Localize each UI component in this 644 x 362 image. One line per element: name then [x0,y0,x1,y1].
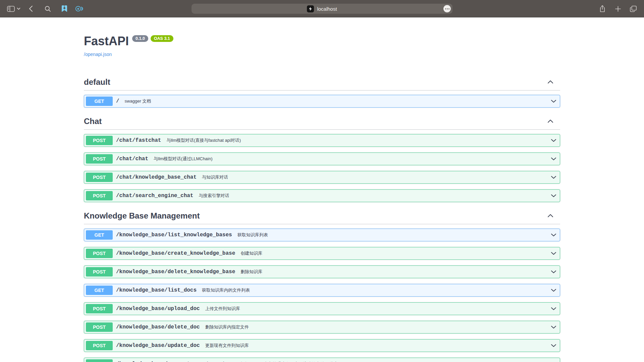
version-badge: 0.1.0 [132,35,148,42]
ellipsis-icon [445,8,449,9]
expand-endpoint-button[interactable] [551,270,556,274]
section-header[interactable]: Knowledge Base Management [84,208,560,224]
endpoint-row[interactable]: POST /chat/knowledge_base_chat 与知识库对话 [84,171,560,184]
chevron-down-icon [551,157,556,161]
share-icon [599,5,605,12]
section-header[interactable]: Chat [84,113,560,130]
sidebar-menu-button[interactable] [15,3,21,15]
expand-endpoint-button[interactable] [551,344,556,347]
endpoint-row[interactable]: POST /knowledge_base/upload_doc 上传文件到知识库 [84,302,560,315]
tab-overview-button[interactable] [629,3,638,15]
endpoint-path: /knowledge_base/list_knowledge_bases [116,232,232,238]
oas-badge: OAS 3.1 [151,35,173,42]
endpoint-description: 根据content中文档重建向量库，流式输出处理进度。 [240,361,551,362]
endpoint-row[interactable]: POST /chat/chat 与llm模型对话(通过LLMChain) [84,153,560,165]
chevron-up-icon [547,214,553,218]
endpoint-description: 与搜索引擎对话 [199,193,551,199]
section-title-text: Knowledge Base Management [84,211,200,221]
endpoint-description: 获取知识库内的文件列表 [202,287,551,293]
collapse-section-button[interactable] [547,214,553,218]
chevron-down-icon [551,270,556,274]
url-host: localhost [317,6,337,12]
endpoint-path: /knowledge_base/list_docs [116,287,197,293]
chevron-down-icon [551,233,556,237]
endpoint-row[interactable]: POST /knowledge_base/delete_doc 删除知识库内指定… [84,321,560,334]
endpoint-row[interactable]: POST /knowledge_base/create_knowledge_ba… [84,247,560,260]
chevron-down-icon [551,289,556,292]
expand-endpoint-button[interactable] [551,289,556,292]
tab-overview-icon [630,6,637,12]
method-badge: POST [86,359,113,362]
endpoint-description: 获取知识库列表 [237,232,551,238]
expand-endpoint-button[interactable] [551,176,556,179]
tag-section: default GET / swagger 文档 [84,74,560,108]
expand-endpoint-button[interactable] [551,233,556,237]
page-settings-button[interactable] [443,5,451,12]
chevron-up-icon [547,119,553,123]
method-badge: POST [86,136,113,145]
address-bar[interactable]: localhost [192,4,452,14]
endpoint-row[interactable]: POST /knowledge_base/delete_knowledge_ba… [84,265,560,278]
back-button[interactable] [26,3,36,15]
chevron-down-icon [551,252,556,255]
endpoint-path: /knowledge_base/upload_doc [116,306,200,312]
back-icon [29,5,33,12]
method-badge: POST [86,154,113,164]
endpoint-description: 与llm模型对话(通过LLMChain) [154,156,551,162]
bookmark-extension-icon [61,5,68,12]
share-button[interactable] [598,3,607,15]
endpoint-path: / [116,98,119,104]
section-rows: GET /knowledge_base/list_knowledge_bases… [84,229,560,362]
endpoint-description: 删除知识库 [240,269,551,275]
expand-endpoint-button[interactable] [551,307,556,310]
endpoint-path: /knowledge_base/update_doc [116,343,200,349]
collapse-section-button[interactable] [547,119,553,123]
api-sections: default GET / swagger 文档 Chat [84,57,560,362]
endpoint-row[interactable]: GET / swagger 文档 [84,95,560,108]
method-badge: GET [86,97,113,106]
expand-endpoint-button[interactable] [551,325,556,329]
sidebar-toggle-button[interactable] [6,3,15,15]
endpoint-row[interactable]: POST /knowledge_base/recreate_vector_sto… [84,358,560,362]
section-header[interactable]: default [84,74,560,90]
collapse-section-button[interactable] [547,80,553,84]
endpoint-row[interactable]: POST /chat/search_engine_chat 与搜索引擎对话 [84,189,560,202]
endpoint-path: /knowledge_base/delete_doc [116,324,200,330]
search-icon [45,6,51,12]
tag-section: Chat POST /chat/fastchat 与llm模型对话(直接与fas… [84,113,560,202]
openapi-spec-link[interactable]: /openapi.json [84,52,112,57]
circles-extension-button[interactable] [74,3,84,15]
expand-endpoint-button[interactable] [551,139,556,142]
endpoint-path: /chat/search_engine_chat [116,193,193,199]
chevron-up-icon [547,80,553,84]
browser-toolbar: localhost [0,0,644,17]
api-info: FastAPI 0.1.0 OAS 3.1 /openapi.json [84,17,560,57]
method-badge: POST [86,322,113,332]
new-tab-icon [615,6,621,12]
endpoint-row[interactable]: GET /knowledge_base/list_knowledge_bases… [84,229,560,241]
chevron-down-icon [551,176,556,179]
chevron-down-icon [17,7,20,10]
endpoint-row[interactable]: POST /knowledge_base/update_doc 更新现有文件到知… [84,339,560,352]
search-button[interactable] [43,3,52,15]
endpoint-path: /knowledge_base/recreate_vector_store [116,361,235,362]
chevron-down-icon [551,100,556,103]
method-badge: POST [86,304,113,313]
chevron-down-icon [551,325,556,329]
method-badge: GET [86,286,113,295]
endpoint-description: swagger 文档 [125,98,551,104]
bookmark-extension-button[interactable] [60,3,69,15]
expand-endpoint-button[interactable] [551,157,556,161]
expand-endpoint-button[interactable] [551,194,556,197]
section-title-text: default [84,77,110,87]
chevron-down-icon [551,139,556,142]
endpoint-row[interactable]: GET /knowledge_base/list_docs 获取知识库内的文件列… [84,284,560,297]
new-tab-button[interactable] [613,3,623,15]
endpoint-path: /chat/fastchat [116,137,161,143]
endpoint-row[interactable]: POST /chat/fastchat 与llm模型对话(直接与fastchat… [84,134,560,147]
chevron-down-icon [551,307,556,310]
endpoint-description: 更新现有文件到知识库 [205,343,551,349]
chevron-down-icon [551,344,556,347]
expand-endpoint-button[interactable] [551,100,556,103]
expand-endpoint-button[interactable] [551,252,556,255]
